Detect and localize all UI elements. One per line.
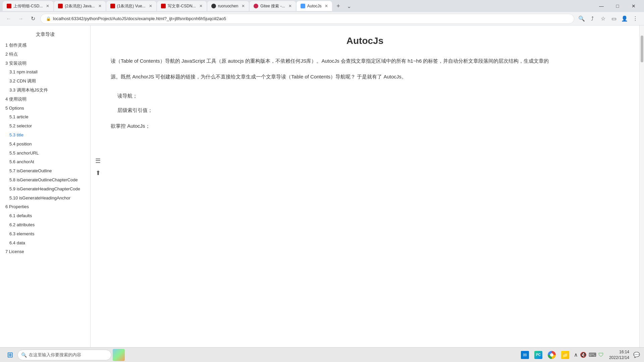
- address-input[interactable]: 🔒 localhost:63342/pythonProject/AutoJS/d…: [40, 14, 574, 24]
- tab-label-tab5: ruoruochen: [218, 4, 238, 8]
- tray-keyboard-icon[interactable]: ⌨: [589, 352, 596, 358]
- scrollbar-track[interactable]: [639, 25, 644, 362]
- toc-item-17[interactable]: 5.10 isGenerateHeadingAnchor: [0, 194, 90, 203]
- toc-item-12[interactable]: 5.5 anchorURL: [0, 149, 90, 158]
- toc-item-6[interactable]: 4 使用说明: [0, 95, 90, 104]
- taskbar-mail-icon[interactable]: ✉: [519, 349, 531, 361]
- browser-tab-tab4[interactable]: 写文章-CSDN...✕: [157, 1, 207, 11]
- browser-tab-tab1[interactable]: 上传明细-CSD...✕: [3, 1, 53, 11]
- tab-favicon-tab4: [161, 4, 166, 8]
- scrollbar-thumb[interactable]: [641, 36, 643, 62]
- toc-item-10[interactable]: 5.3 title: [0, 131, 90, 140]
- scroll-top-button[interactable]: ⬆: [93, 168, 103, 178]
- browser-tab-tab6[interactable]: Gitee 搜索 -...✕: [250, 1, 296, 11]
- landscape-image: [113, 349, 125, 361]
- toc-item-23[interactable]: 7 License: [0, 247, 90, 256]
- title-bar: 上传明细-CSD...✕(2条消息) Java...✕(1条消息) Vue...…: [0, 0, 644, 12]
- toc-item-19[interactable]: 6.1 defaults: [0, 212, 90, 221]
- tab-overflow-button[interactable]: ⌄: [344, 1, 354, 11]
- toc-item-15[interactable]: 5.8 isGenerateOutlineChapterCode: [0, 176, 90, 185]
- tab-label-tab1: 上传明细-CSD...: [13, 3, 43, 9]
- toc-sidebar: 文章导读 1 创作灵感2 特点3 安装说明3.1 npm install3.2 …: [0, 25, 91, 362]
- browser-content: 文章导读 1 创作灵感2 特点3 安装说明3.1 npm install3.2 …: [0, 25, 644, 362]
- tab-close-tab5[interactable]: ✕: [241, 4, 245, 8]
- lock-icon: 🔒: [46, 16, 51, 21]
- back-button[interactable]: ←: [4, 14, 13, 23]
- tab-close-tab1[interactable]: ✕: [46, 4, 49, 8]
- article-features: 读导航； 层级索引引值；: [117, 91, 619, 115]
- article-title: AutocJs: [111, 36, 619, 46]
- maximize-button[interactable]: □: [610, 1, 625, 11]
- notification-button[interactable]: 💬: [632, 350, 641, 360]
- tab-label-tab4: 写文章-CSDN...: [168, 3, 196, 9]
- tab-close-tab2[interactable]: ✕: [98, 4, 102, 8]
- toc-item-18[interactable]: 6 Properties: [0, 202, 90, 212]
- toc-item-14[interactable]: 5.7 isGenerateOutline: [0, 167, 90, 176]
- toc-menu-button[interactable]: ☰: [93, 156, 103, 166]
- browser-actions: 🔍 ⤴ ☆ ▭ 👤 ⋮: [577, 14, 640, 23]
- system-tray: ∧ 🔇 ⌨ 🛡: [571, 352, 606, 358]
- toc-title: 文章导读: [0, 29, 90, 41]
- toc-item-9[interactable]: 5.2 selector: [0, 122, 90, 131]
- toc-item-3[interactable]: 3.1 npm install: [0, 68, 90, 77]
- browser-tab-tab5[interactable]: ruoruochen✕: [207, 1, 249, 11]
- tab-label-tab2: (2条消息) Java...: [65, 3, 95, 9]
- feature-line1: 读导航；: [117, 91, 619, 100]
- toc-item-2[interactable]: 3 安装说明: [0, 59, 90, 68]
- taskbar-datetime[interactable]: 16:14 2022/12/14: [606, 349, 632, 361]
- taskbar-pycharm-icon[interactable]: PC: [532, 349, 544, 361]
- taskbar-fileexplorer-icon[interactable]: 📁: [559, 349, 571, 361]
- browser-tab-tab3[interactable]: (1条消息) Vue...✕: [106, 1, 156, 11]
- reload-button[interactable]: ↻: [28, 14, 38, 23]
- start-button[interactable]: ⊞: [3, 348, 17, 362]
- menu-button[interactable]: ⋮: [631, 14, 640, 23]
- toc-item-20[interactable]: 6.2 attributes: [0, 221, 90, 230]
- toc-item-22[interactable]: 6.4 data: [0, 239, 90, 248]
- taskbar-date: 2022/12/14: [609, 355, 629, 361]
- sidebar-toggle-button[interactable]: ▭: [609, 14, 619, 23]
- taskbar-landscape-icon[interactable]: [111, 348, 126, 362]
- close-button[interactable]: ✕: [626, 1, 641, 11]
- tray-volume-icon[interactable]: 🔇: [580, 352, 587, 358]
- new-tab-button[interactable]: +: [333, 1, 343, 11]
- toc-item-1[interactable]: 2 特点: [0, 50, 90, 59]
- tab-favicon-tab5: [211, 4, 216, 8]
- tab-favicon-tab3: [110, 4, 115, 8]
- taskbar-chrome-icon[interactable]: [546, 349, 558, 361]
- article-paragraph1: 读（Table of Contents）导航的 JavaScript 工具（原 …: [111, 56, 619, 65]
- tab-close-tab4[interactable]: ✕: [199, 4, 203, 8]
- taskbar-time: 16:14: [609, 349, 629, 355]
- tab-close-tab6[interactable]: ✕: [288, 4, 292, 8]
- toc-item-7[interactable]: 5 Options: [0, 104, 90, 113]
- share-button[interactable]: ⤴: [588, 14, 597, 23]
- toc-item-5[interactable]: 3.3 调用本地JS文件: [0, 86, 90, 95]
- tray-chevron-icon[interactable]: ∧: [574, 352, 578, 358]
- profile-button[interactable]: 👤: [620, 14, 629, 23]
- search-button[interactable]: 🔍: [577, 14, 586, 23]
- toc-item-13[interactable]: 5.6 anchorAt: [0, 158, 90, 167]
- taskbar-search[interactable]: 🔍 在这里输入你要搜索的内容: [17, 350, 111, 360]
- bookmark-button[interactable]: ☆: [598, 14, 608, 23]
- taskbar: ⊞ 🔍 在这里输入你要搜索的内容 ✉ PC 📁 ∧ 🔇 ⌨ 🛡 16:14: [0, 347, 644, 362]
- browser-tab-tab2[interactable]: (2条消息) Java...✕: [54, 1, 105, 11]
- window-controls: — □ ✕: [594, 1, 641, 11]
- taskbar-search-icon: 🔍: [21, 352, 27, 358]
- tray-shield-icon[interactable]: 🛡: [598, 352, 604, 358]
- toc-item-8[interactable]: 5.1 article: [0, 113, 90, 122]
- browser-tab-tab7[interactable]: AutocJs✕: [297, 1, 332, 11]
- tab-label-tab6: Gitee 搜索 -...: [260, 3, 285, 9]
- main-content: ☰ ⬆ AutocJs 读（Table of Contents）导航的 Java…: [91, 25, 639, 362]
- tab-close-tab7[interactable]: ✕: [325, 4, 328, 8]
- toc-item-16[interactable]: 5.9 isGenerateHeadingChapterCode: [0, 185, 90, 194]
- minimize-button[interactable]: —: [594, 1, 609, 11]
- tab-label-tab7: AutocJs: [307, 4, 322, 8]
- tab-favicon-tab7: [301, 4, 305, 8]
- toc-item-0[interactable]: 1 创作灵感: [0, 41, 90, 50]
- toc-item-11[interactable]: 5.4 position: [0, 140, 90, 149]
- tab-favicon-tab1: [7, 4, 11, 8]
- float-buttons: ☰ ⬆: [91, 153, 105, 181]
- toc-item-4[interactable]: 3.2 CDN 调用: [0, 77, 90, 86]
- forward-button[interactable]: →: [16, 14, 25, 23]
- toc-item-21[interactable]: 6.3 elements: [0, 230, 90, 239]
- tab-close-tab3[interactable]: ✕: [149, 4, 152, 8]
